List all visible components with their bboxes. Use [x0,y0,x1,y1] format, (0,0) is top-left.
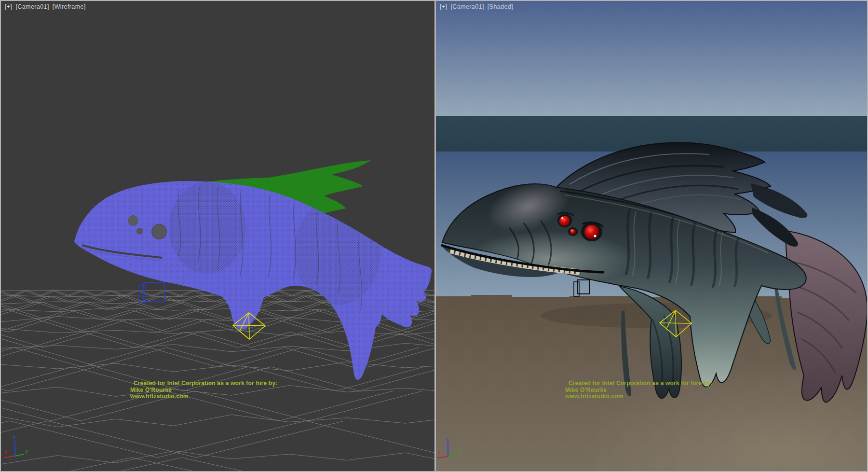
viewport-menu-pov[interactable]: [Camera01] [450,3,484,10]
fish-eye-spot [128,215,138,226]
axis-y-label: y [26,448,28,454]
axis-x-label: x [438,450,440,455]
world-axis-tripod: x z y [4,435,28,458]
scene-credit-text: Created for Intel Corporation as a work … [130,380,277,400]
shaded-scene: x z y [436,1,867,471]
credit-line-1: Created for Intel Corporation as a work … [565,380,712,387]
eye-upper [559,216,570,226]
credit-line-2: Mike O'Rourke [565,387,712,394]
viewport-menu-general[interactable]: [+] [440,3,447,10]
viewport-menu-general[interactable]: [+] [5,3,12,10]
axis-z-label: z [446,435,448,441]
axis-x-label: x [5,449,7,455]
sky-gradient [436,1,867,116]
viewport-label-right: [+] [Camera01] [Shaded] [440,3,513,10]
fish-eye-spot-small [136,228,143,235]
viewport-shaded[interactable]: x z y [+] [Camera01] [Shaded] Created fo… [436,1,867,471]
credit-line-2: Mike O'Rourke [130,387,277,394]
viewport-menu-shading[interactable]: [Shaded] [488,3,513,10]
axis-z-label: z [13,435,15,440]
wireframe-scene: x z y [1,1,434,471]
scene-credit-text: Created for Intel Corporation as a work … [565,380,712,400]
axis-y-label: y [459,449,461,454]
eye-small [570,229,576,235]
viewport-wireframe[interactable]: x z y [+] [Camera01] [Wireframe] Created… [1,1,434,471]
viewport-label-left: [+] [Camera01] [Wireframe] [5,3,86,10]
max-dual-viewport-window: x z y [+] [Camera01] [Wireframe] Created… [0,0,868,472]
viewport-menu-shading[interactable]: [Wireframe] [53,3,86,10]
credit-line-3: www.fritzstudio.com [130,393,277,400]
eye-large [584,225,599,239]
viewport-menu-pov[interactable]: [Camera01] [15,3,49,10]
credit-line-1: Created for Intel Corporation as a work … [130,380,277,387]
credit-line-3: www.fritzstudio.com [565,393,712,400]
